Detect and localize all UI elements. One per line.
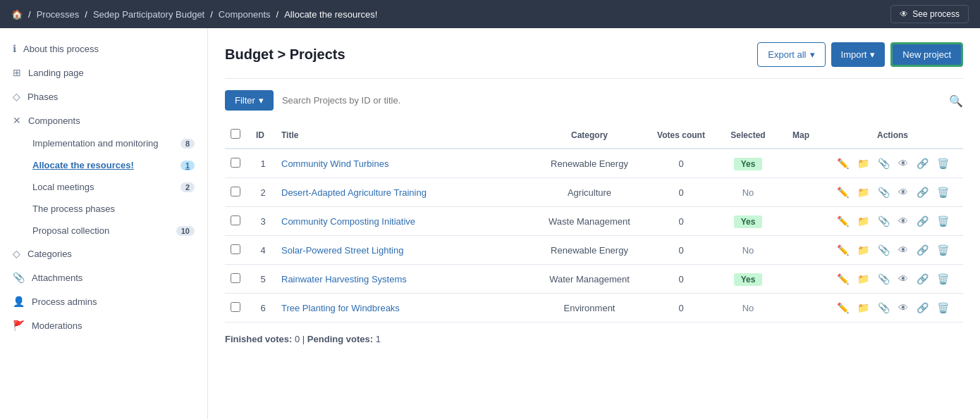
paperclip-icon[interactable]: 📎 xyxy=(876,301,891,315)
sidebar-child-proposal[interactable]: Proposal collection 10 xyxy=(0,220,207,242)
row-title: Community Wind Turbines xyxy=(276,149,533,178)
delete-icon[interactable]: 🗑️ xyxy=(936,156,950,170)
search-icon-button[interactable]: 🔍 xyxy=(949,94,963,107)
row-votes: 0 xyxy=(646,294,716,323)
preview-icon[interactable]: 👁 xyxy=(897,185,909,199)
breadcrumb-sep-2: / xyxy=(210,9,213,20)
search-input[interactable] xyxy=(282,91,963,110)
sidebar-item-about[interactable]: ℹ About this process xyxy=(0,37,207,61)
export-all-button[interactable]: Export all ▾ xyxy=(757,42,825,67)
row-id: 3 xyxy=(250,207,276,236)
sidebar-components-label: Components xyxy=(28,115,80,126)
topbar: 🏠 / Processes / Sedep Participatory Budg… xyxy=(0,0,980,28)
person-icon: 👤 xyxy=(13,296,25,307)
breadcrumb-processes[interactable]: Processes xyxy=(37,9,80,20)
row-category: Renewable Energy xyxy=(533,149,646,178)
edit-icon[interactable]: ✏️ xyxy=(835,243,850,257)
see-process-button[interactable]: 👁 See process xyxy=(890,5,969,23)
row-checkbox[interactable] xyxy=(231,187,240,196)
row-map xyxy=(780,294,822,323)
paperclip-icon[interactable]: 📎 xyxy=(876,156,891,170)
row-checkbox[interactable] xyxy=(231,302,240,312)
project-link[interactable]: Community Wind Turbines xyxy=(281,158,388,169)
import-button[interactable]: Import ▾ xyxy=(831,42,886,67)
folder-icon[interactable]: 📁 xyxy=(856,301,871,315)
sidebar-child-impl-badge: 8 xyxy=(180,139,195,149)
edit-icon[interactable]: ✏️ xyxy=(835,214,850,228)
row-checkbox[interactable] xyxy=(231,158,240,168)
delete-icon[interactable]: 🗑️ xyxy=(936,214,950,228)
home-icon[interactable]: 🏠 xyxy=(11,9,23,20)
project-link[interactable]: Tree Planting for Windbreaks xyxy=(281,303,400,313)
delete-icon[interactable]: 🗑️ xyxy=(936,185,950,199)
preview-icon[interactable]: 👁 xyxy=(897,301,909,315)
row-checkbox[interactable] xyxy=(231,215,240,225)
paperclip-icon: 📎 xyxy=(13,272,25,283)
edit-icon[interactable]: ✏️ xyxy=(835,185,850,199)
sidebar-item-process-admins-label: Process admins xyxy=(32,296,97,307)
sidebar-child-proposal-label: Proposal collection xyxy=(32,225,109,236)
sidebar-child-process-phases[interactable]: The process phases xyxy=(0,198,207,220)
link-icon[interactable]: 🔗 xyxy=(915,156,930,170)
project-link[interactable]: Desert-Adapted Agriculture Training xyxy=(281,187,427,198)
preview-icon[interactable]: 👁 xyxy=(897,214,909,228)
row-map xyxy=(780,236,822,265)
sidebar-item-phases[interactable]: ◇ Phases xyxy=(0,85,207,108)
sidebar-item-landing[interactable]: ⊞ Landing page xyxy=(0,61,207,85)
link-icon[interactable]: 🔗 xyxy=(915,272,930,286)
breadcrumb-sedep[interactable]: Sedep Participatory Budget xyxy=(93,9,204,20)
delete-icon[interactable]: 🗑️ xyxy=(936,301,950,315)
paperclip-icon[interactable]: 📎 xyxy=(876,185,891,199)
row-votes: 0 xyxy=(646,178,716,207)
project-link[interactable]: Rainwater Harvesting Systems xyxy=(281,274,407,284)
breadcrumb-components[interactable]: Components xyxy=(219,9,271,20)
folder-icon[interactable]: 📁 xyxy=(856,156,871,170)
row-checkbox[interactable] xyxy=(231,244,240,254)
sidebar-item-process-admins[interactable]: 👤 Process admins xyxy=(0,289,207,313)
paperclip-icon[interactable]: 📎 xyxy=(876,272,891,286)
preview-icon[interactable]: 👁 xyxy=(897,243,909,257)
col-header-category: Category xyxy=(533,122,646,149)
paperclip-icon[interactable]: 📎 xyxy=(876,214,891,228)
sidebar-child-impl-label: Implementation and monitoring xyxy=(32,138,159,149)
col-header-title: Title xyxy=(276,122,533,149)
folder-icon[interactable]: 📁 xyxy=(856,272,871,286)
finished-votes-label: Finished votes: xyxy=(225,334,292,344)
link-icon[interactable]: 🔗 xyxy=(915,214,930,228)
edit-icon[interactable]: ✏️ xyxy=(835,272,850,286)
sidebar-item-attachments[interactable]: 📎 Attachments xyxy=(0,265,207,289)
link-icon[interactable]: 🔗 xyxy=(915,243,930,257)
row-selected: No xyxy=(716,178,780,207)
filter-button[interactable]: Filter ▾ xyxy=(225,90,274,111)
delete-icon[interactable]: 🗑️ xyxy=(936,243,950,257)
table-row: 4 Solar-Powered Street Lighting Renewabl… xyxy=(225,236,963,265)
table-row: 2 Desert-Adapted Agriculture Training Ag… xyxy=(225,178,963,207)
sidebar-child-allocate[interactable]: Allocate the resources! 1 xyxy=(0,154,207,176)
edit-icon[interactable]: ✏️ xyxy=(835,156,850,170)
row-check-cell xyxy=(225,207,250,236)
folder-icon[interactable]: 📁 xyxy=(856,214,871,228)
paperclip-icon[interactable]: 📎 xyxy=(876,243,891,257)
sidebar-item-moderations[interactable]: 🚩 Moderations xyxy=(0,313,207,337)
sidebar-components-header[interactable]: ✕ Components xyxy=(0,108,207,132)
row-checkbox[interactable] xyxy=(231,273,240,283)
link-icon[interactable]: 🔗 xyxy=(915,301,930,315)
sidebar-child-process-phases-label: The process phases xyxy=(32,204,115,214)
delete-icon[interactable]: 🗑️ xyxy=(936,272,950,286)
table-row: 3 Community Composting Initiative Waste … xyxy=(225,207,963,236)
selected-badge-yes: Yes xyxy=(734,158,763,170)
project-link[interactable]: Solar-Powered Street Lighting xyxy=(281,245,403,256)
edit-icon[interactable]: ✏️ xyxy=(835,301,850,315)
new-project-button[interactable]: New project xyxy=(890,42,963,67)
preview-icon[interactable]: 👁 xyxy=(897,156,909,170)
sidebar-child-impl[interactable]: Implementation and monitoring 8 xyxy=(0,132,207,154)
link-icon[interactable]: 🔗 xyxy=(915,185,930,199)
preview-icon[interactable]: 👁 xyxy=(897,272,909,286)
folder-icon[interactable]: 📁 xyxy=(856,243,871,257)
col-header-selected: Selected xyxy=(716,122,780,149)
sidebar-item-categories[interactable]: ◇ Categories xyxy=(0,242,207,265)
folder-icon[interactable]: 📁 xyxy=(856,185,871,199)
project-link[interactable]: Community Composting Initiative xyxy=(281,216,415,227)
select-all-checkbox[interactable] xyxy=(231,129,240,139)
sidebar-child-local[interactable]: Local meetings 2 xyxy=(0,176,207,198)
